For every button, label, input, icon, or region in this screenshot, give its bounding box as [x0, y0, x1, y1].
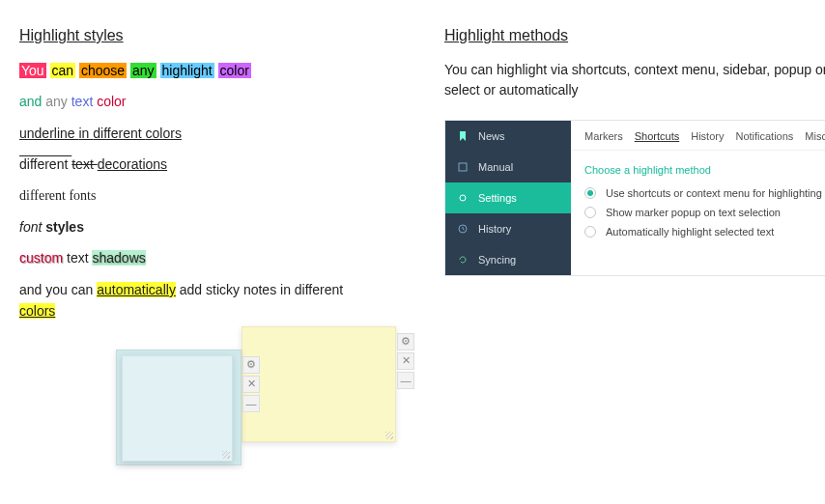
resize-handle[interactable]	[222, 451, 230, 459]
hl-word-3: choose	[79, 63, 127, 78]
tab-markers[interactable]: Markers	[584, 130, 623, 142]
settings-panel: NewsManualSettingsHistorySyncing Markers…	[444, 120, 825, 276]
bookmark-icon	[457, 130, 469, 142]
font-styles-row: font styles	[19, 216, 406, 238]
tc-word-4: color	[97, 94, 126, 109]
deco-word-3: decorations	[98, 156, 167, 172]
note-close-button[interactable]: ✕	[242, 376, 260, 393]
shadows-row: custom text shadows	[19, 247, 406, 268]
minimize-icon: —	[246, 398, 257, 409]
ul-word-1: underline	[19, 126, 79, 141]
panel-main: MarkersShortcutsHistoryNotificationsMisc…	[571, 121, 825, 275]
hl-word-5: highlight	[160, 63, 214, 78]
radio-icon	[584, 187, 596, 199]
panel-sidebar: NewsManualSettingsHistorySyncing	[445, 121, 571, 275]
highlight-colors-row: You can choose any highlight color	[19, 60, 406, 81]
clock-icon	[457, 223, 469, 235]
sn-pre: and you can	[19, 282, 97, 297]
text-colors-row: and any text color	[19, 91, 406, 112]
sidebar-item-manual[interactable]: Manual	[445, 152, 571, 182]
sticky-notes-row: and you can automatically add sticky not…	[19, 279, 348, 322]
radio-icon	[584, 207, 596, 218]
option-label: Automatically highlight selected text	[606, 226, 774, 238]
sticky-note-yellow[interactable]: ⚙ ✕ —	[242, 326, 396, 442]
gear-icon	[457, 192, 469, 204]
highlight-method-option[interactable]: Use shortcuts or context menu for highli…	[584, 187, 825, 199]
sidebar-item-news[interactable]: News	[445, 121, 571, 152]
note-gear-button[interactable]: ⚙	[397, 333, 414, 350]
sidebar-item-label: News	[478, 130, 505, 142]
sticky-notes-area: ⚙ ✕ — ⚙ ✕ —	[19, 326, 406, 481]
ul-word-2: in	[79, 126, 94, 141]
ul-word-4: colors	[146, 126, 182, 141]
sidebar-item-settings[interactable]: Settings	[445, 182, 571, 213]
sidebar-item-label: History	[478, 223, 511, 235]
shadow-word-2: text	[63, 250, 92, 266]
deco-word-1: different	[19, 156, 71, 172]
panel-tabs: MarkersShortcutsHistoryNotificationsMisc…	[571, 121, 825, 151]
note-gear-button[interactable]: ⚙	[242, 356, 260, 374]
sticky-note-blue-front[interactable]	[122, 355, 233, 462]
highlight-method-option[interactable]: Automatically highlight selected text	[584, 226, 825, 238]
tab-shortcuts[interactable]: Shortcuts	[635, 130, 679, 142]
sidebar-item-label: Manual	[478, 161, 513, 173]
tab-misc[interactable]: Misc.	[805, 130, 825, 142]
hl-word-2: can	[50, 63, 76, 78]
hl-word-6: color	[218, 63, 251, 78]
sn-colors: colors	[19, 303, 55, 319]
gear-icon: ⚙	[246, 358, 256, 371]
sidebar-item-syncing[interactable]: Syncing	[445, 244, 571, 275]
close-icon: ✕	[402, 354, 411, 367]
note-close-button[interactable]: ✕	[397, 352, 414, 370]
methods-heading: Highlight methods	[444, 27, 825, 44]
underline-row: underline in different colors	[19, 123, 406, 144]
hl-word-4: any	[130, 63, 156, 78]
minimize-icon: —	[401, 375, 412, 386]
close-icon: ✕	[247, 378, 256, 390]
fs-word-2: styles	[45, 219, 84, 235]
tab-history[interactable]: History	[691, 130, 724, 142]
option-label: Show marker popup on text selection	[606, 207, 781, 218]
shadow-word-1: custom	[19, 250, 63, 266]
sidebar-item-history[interactable]: History	[445, 213, 571, 244]
section-heading: Choose a highlight method	[584, 164, 825, 176]
option-label: Use shortcuts or context menu for highli…	[606, 187, 822, 199]
methods-intro: You can highlight via shortcuts, context…	[444, 60, 825, 100]
styles-heading: Highlight styles	[19, 27, 406, 44]
decorations-row: different text decorations	[19, 154, 406, 175]
gear-icon: ⚙	[401, 335, 411, 348]
book-icon	[457, 161, 469, 173]
resize-handle[interactable]	[385, 432, 393, 439]
note-min-button[interactable]: —	[242, 395, 260, 412]
highlight-method-option[interactable]: Show marker popup on text selection	[584, 207, 825, 218]
note-min-button[interactable]: —	[397, 372, 414, 389]
tc-word-1: and	[19, 94, 42, 109]
ul-word-3: different	[93, 126, 145, 141]
sn-mid: add sticky notes in different	[176, 282, 343, 297]
fs-word-1: font	[19, 219, 45, 235]
tc-word-3: text	[71, 94, 94, 109]
fonts-row: different fonts	[19, 185, 406, 207]
sidebar-item-label: Syncing	[478, 254, 516, 266]
tab-notifications[interactable]: Notifications	[735, 130, 793, 142]
shadow-word-3: shadows	[92, 250, 145, 266]
refresh-icon	[457, 254, 469, 266]
tc-word-2: any	[45, 94, 68, 109]
svg-rect-0	[459, 163, 467, 171]
svg-point-1	[460, 195, 466, 201]
sidebar-item-label: Settings	[478, 192, 517, 204]
hl-word-1: You	[19, 63, 46, 78]
deco-word-2: text	[71, 156, 97, 172]
radio-icon	[584, 226, 596, 238]
sn-auto: automatically	[97, 282, 176, 297]
